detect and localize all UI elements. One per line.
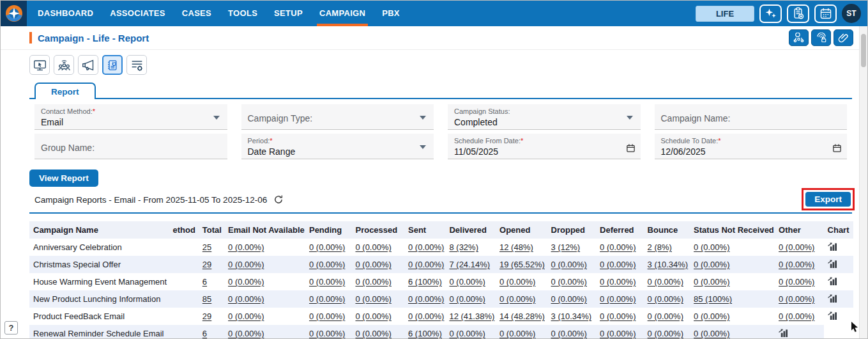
metric-link[interactable]: 0 (0.00%) bbox=[355, 242, 391, 252]
metric-link[interactable]: 0 (0.00%) bbox=[408, 311, 444, 321]
metric-link[interactable]: 0 (0.00%) bbox=[600, 311, 636, 321]
metric-link[interactable]: 0 (0.00%) bbox=[355, 329, 391, 338]
view-report-button[interactable]: View Report bbox=[29, 170, 98, 187]
metric-link[interactable]: 0 (0.00%) bbox=[408, 294, 444, 304]
schedule-to-date-input[interactable]: Schedule To Date:* 12/06/2025 bbox=[655, 134, 848, 159]
monitor-tool-button[interactable] bbox=[29, 55, 50, 75]
sparkles-button[interactable] bbox=[759, 4, 782, 23]
metric-link[interactable]: 0 (0.00%) bbox=[648, 329, 683, 338]
metric-link[interactable]: 0 (0.00%) bbox=[309, 242, 345, 252]
metric-link[interactable]: 0 (0.00%) bbox=[694, 242, 729, 252]
metric-link[interactable]: 0 (0.00%) bbox=[499, 294, 535, 304]
metric-link[interactable]: 0 (0.00%) bbox=[449, 277, 485, 287]
total-link[interactable]: 6 bbox=[202, 277, 207, 287]
metric-link[interactable]: 0 (0.00%) bbox=[648, 277, 683, 287]
metric-link[interactable]: 8 (32%) bbox=[449, 242, 478, 252]
schedule-from-date-input[interactable]: Schedule From Date:* 11/05/2025 bbox=[448, 134, 641, 159]
nav-item-dashboard[interactable]: DASHBOARD bbox=[35, 1, 96, 26]
date-picker-icon[interactable] bbox=[626, 143, 636, 155]
metric-link[interactable]: 0 (0.00%) bbox=[228, 277, 264, 287]
metric-link[interactable]: 0 (0.00%) bbox=[694, 277, 729, 287]
metric-link[interactable]: 7 (24.14%) bbox=[449, 260, 490, 269]
metric-link[interactable]: 3 (12%) bbox=[551, 242, 581, 252]
total-link[interactable]: 29 bbox=[202, 260, 211, 269]
metric-link[interactable]: 2 (8%) bbox=[648, 242, 672, 252]
nav-item-setup[interactable]: SETUP bbox=[271, 1, 305, 26]
total-link[interactable]: 25 bbox=[202, 242, 211, 252]
metric-link[interactable]: 14 (48.28%) bbox=[499, 311, 545, 321]
metric-link[interactable]: 0 (0.00%) bbox=[309, 294, 345, 304]
metric-link[interactable]: 0 (0.00%) bbox=[408, 260, 444, 269]
metric-link[interactable]: 0 (0.00%) bbox=[779, 311, 814, 321]
metric-link[interactable]: 0 (0.00%) bbox=[600, 329, 636, 338]
metric-link[interactable]: 19 (65.52%) bbox=[499, 260, 545, 269]
app-logo[interactable] bbox=[1, 1, 27, 26]
metric-link[interactable]: 12 (41.38%) bbox=[449, 311, 494, 321]
metric-link[interactable]: 0 (0.00%) bbox=[228, 329, 264, 338]
clipboard-add-button[interactable] bbox=[787, 4, 809, 23]
metric-link[interactable]: 12 (48%) bbox=[499, 242, 533, 252]
report-journal-button[interactable] bbox=[102, 55, 123, 75]
metric-link[interactable]: 0 (0.00%) bbox=[551, 260, 587, 269]
metric-link[interactable]: 0 (0.00%) bbox=[408, 242, 444, 252]
metric-link[interactable]: 0 (0.00%) bbox=[309, 329, 345, 338]
metric-link[interactable]: 0 (0.00%) bbox=[355, 260, 391, 269]
metric-link[interactable]: 0 (0.00%) bbox=[228, 242, 264, 252]
metric-link[interactable]: 0 (0.00%) bbox=[551, 277, 587, 287]
chart-icon[interactable] bbox=[779, 328, 788, 339]
metric-link[interactable]: 0 (0.00%) bbox=[355, 311, 391, 321]
export-button[interactable]: Export bbox=[805, 192, 851, 207]
metric-link[interactable]: 0 (0.00%) bbox=[648, 294, 683, 304]
metric-link[interactable]: 6 (100%) bbox=[408, 277, 442, 287]
fingerprint-lock-button[interactable] bbox=[811, 29, 831, 46]
period-select[interactable]: Period:* Date Range bbox=[241, 134, 434, 159]
metric-link[interactable]: 0 (0.00%) bbox=[648, 311, 683, 321]
metric-link[interactable]: 0 (0.00%) bbox=[600, 294, 636, 304]
metric-link[interactable]: 0 (0.00%) bbox=[355, 294, 391, 304]
metric-link[interactable]: 0 (0.00%) bbox=[551, 329, 587, 338]
help-button[interactable]: ? bbox=[4, 321, 18, 335]
metric-link[interactable]: 0 (0.00%) bbox=[355, 277, 391, 287]
metric-link[interactable]: 0 (0.00%) bbox=[779, 294, 814, 304]
metric-link[interactable]: 0 (0.00%) bbox=[694, 311, 729, 321]
chart-icon[interactable] bbox=[828, 242, 837, 253]
metric-link[interactable]: 0 (0.00%) bbox=[551, 294, 587, 304]
chart-icon[interactable] bbox=[828, 311, 837, 322]
nav-item-associates[interactable]: ASSOCIATES bbox=[107, 1, 168, 26]
attachment-button[interactable] bbox=[834, 29, 853, 46]
list-settings-button[interactable] bbox=[126, 55, 147, 75]
metric-link[interactable]: 0 (0.00%) bbox=[309, 277, 345, 287]
metric-link[interactable]: 0 (0.00%) bbox=[499, 277, 535, 287]
nav-item-cases[interactable]: CASES bbox=[179, 1, 214, 26]
metric-link[interactable]: 0 (0.00%) bbox=[779, 260, 814, 269]
metric-link[interactable]: 0 (0.00%) bbox=[779, 242, 814, 252]
total-link[interactable]: 29 bbox=[202, 311, 211, 321]
campaign-name-input[interactable]: Campaign Name: bbox=[655, 104, 848, 130]
metric-link[interactable]: 0 (0.00%) bbox=[228, 311, 264, 321]
metric-link[interactable]: 0 (0.00%) bbox=[449, 329, 485, 338]
campaign-status-select[interactable]: Campaign Status: Completed bbox=[448, 104, 641, 130]
metric-link[interactable]: 0 (0.00%) bbox=[309, 260, 345, 269]
campaign-type-select[interactable]: Campaign Type: bbox=[241, 104, 434, 130]
nav-item-campaign[interactable]: CAMPAIGN bbox=[317, 1, 368, 26]
contact-method-select[interactable]: Contact Method:* Email bbox=[34, 104, 227, 130]
metric-link[interactable]: 0 (0.00%) bbox=[600, 260, 636, 269]
chart-icon[interactable] bbox=[828, 294, 837, 304]
metric-link[interactable]: 0 (0.00%) bbox=[499, 329, 535, 338]
metric-link[interactable]: 6 (100%) bbox=[408, 329, 442, 338]
metric-link[interactable]: 0 (0.00%) bbox=[309, 311, 345, 321]
audience-tool-button[interactable] bbox=[54, 55, 74, 75]
nav-item-pbx[interactable]: PBX bbox=[379, 1, 402, 26]
metric-link[interactable]: 0 (0.00%) bbox=[228, 260, 264, 269]
metric-link[interactable]: 3 (10.34%) bbox=[551, 311, 592, 321]
chart-icon[interactable] bbox=[828, 276, 837, 287]
metric-link[interactable]: 0 (0.00%) bbox=[228, 294, 264, 304]
chart-icon[interactable] bbox=[828, 259, 837, 270]
user-avatar[interactable]: ST bbox=[842, 4, 861, 23]
metric-link[interactable]: 0 (0.00%) bbox=[779, 277, 814, 287]
associates-share-button[interactable] bbox=[789, 29, 809, 46]
total-link[interactable]: 85 bbox=[202, 294, 211, 304]
calendar-button[interactable] bbox=[814, 4, 837, 23]
refresh-icon[interactable] bbox=[273, 194, 284, 207]
nav-item-tools[interactable]: TOOLS bbox=[225, 1, 260, 26]
